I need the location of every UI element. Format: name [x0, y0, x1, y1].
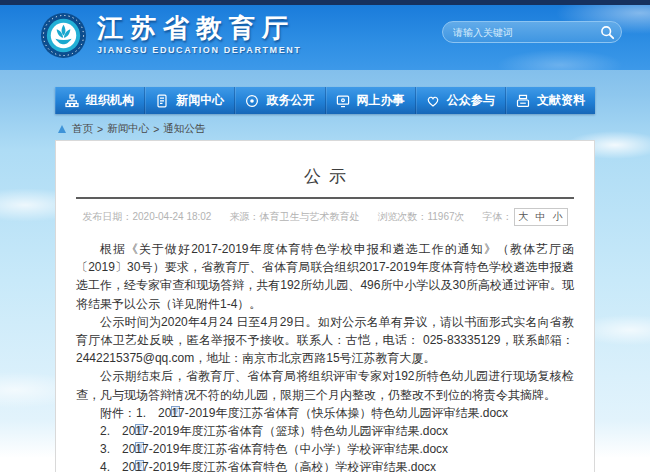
paragraph-2: 公示时间为2020年4月24 日至4月29日。如对公示名单有异议，请以书面形式实… [76, 313, 574, 368]
breadcrumb-notices[interactable]: 通知公告 [163, 122, 205, 136]
heart-icon [426, 94, 440, 108]
paragraph-1: 根据《关于做好2017-2019年度体育特色学校申报和遴选工作的通知》（教体艺厅… [76, 240, 574, 313]
attachment-number: 1. [136, 406, 146, 420]
doc-file-icon [111, 422, 120, 433]
attachments-label: 附件： [100, 406, 136, 420]
font-size-large-button[interactable]: 大 [519, 210, 529, 224]
attachment-link-3[interactable]: 2017-2019年度江苏省体育特色（中小学）学校评审结果.docx [122, 442, 448, 456]
breadcrumb-home[interactable]: 首页 [72, 122, 93, 136]
breadcrumb-news-center[interactable]: 新闻中心 [107, 122, 149, 136]
attachment-row: 4.2017-2019年度江苏省体育特色（高校）学校评审结果.docx [76, 458, 574, 472]
doc-file-icon [147, 404, 156, 415]
font-size-small-button[interactable]: 小 [553, 210, 563, 224]
nav-item-online-service[interactable]: 网上办事 [326, 87, 416, 114]
nav-item-disclosure[interactable]: 政务公开 [235, 87, 325, 114]
attachment-number: 3. [100, 442, 110, 456]
font-size-medium-button[interactable]: 中 [536, 210, 546, 224]
attachment-row: 2.2017-2019年度江苏省体育（篮球）特色幼儿园评审结果.docx [76, 422, 574, 440]
site-subtitle: JIANGSU EDUCATION DEPARTMENT [97, 45, 301, 55]
article-source: 来源：体育卫生与艺术教育处 [229, 210, 359, 224]
attachment-link-2[interactable]: 2017-2019年度江苏省体育（篮球）特色幼儿园评审结果.docx [122, 424, 448, 438]
paragraph-3: 公示期结束后，省教育厅、省体育局将组织评审专家对192所特色幼儿园进行现场复核检… [76, 367, 574, 403]
article-title: 公示 [76, 165, 574, 188]
attachment-row: 3.2017-2019年度江苏省体育特色（中小学）学校评审结果.docx [76, 440, 574, 458]
attachment-number: 2. [100, 424, 110, 438]
archive-icon [516, 94, 530, 108]
main-nav: 组织机构 新闻中心 政务公开 网上办事 公众参与 文献资料 [55, 87, 595, 114]
org-chart-icon [65, 94, 79, 108]
breadcrumb: 首页 > 新闻中心 > 通知公告 [58, 121, 205, 136]
view-count: 浏览次数：11967次 [377, 210, 464, 224]
breadcrumb-separator: > [97, 123, 103, 135]
attachment-row: 附件：1.2017-2019年度江苏省体育（快乐体操）特色幼儿园评审结果.doc… [76, 404, 574, 422]
nav-item-label: 文献资料 [537, 92, 585, 109]
home-icon [58, 125, 66, 133]
publish-date: 发布日期：2020-04-24 18:02 [82, 210, 211, 224]
attachment-link-4[interactable]: 2017-2019年度江苏省体育特色（高校）学校评审结果.docx [122, 460, 436, 472]
search-input[interactable] [453, 27, 600, 38]
attachment-number: 4. [100, 460, 110, 472]
disclosure-icon [245, 94, 259, 108]
brand: 江苏省教育厅 JIANGSU EDUCATION DEPARTMENT [40, 9, 301, 59]
doc-file-icon [111, 458, 120, 469]
attachment-link-1[interactable]: 2017-2019年度江苏省体育（快乐体操）特色幼儿园评审结果.docx [158, 406, 508, 420]
nav-item-organization[interactable]: 组织机构 [55, 87, 145, 114]
title-divider [76, 197, 574, 199]
doc-file-icon [111, 440, 120, 451]
site-logo-icon [40, 12, 87, 59]
attachment-list: 附件：1.2017-2019年度江苏省体育（快乐体操）特色幼儿园评审结果.doc… [76, 404, 574, 472]
site-header: 江苏省教育厅 JIANGSU EDUCATION DEPARTMENT [0, 5, 650, 70]
nav-item-label: 政务公开 [266, 92, 314, 109]
font-size-switcher: 字体：大中小 [483, 208, 568, 226]
nav-item-label: 新闻中心 [176, 92, 224, 109]
article-meta: 发布日期：2020-04-24 18:02 来源：体育卫生与艺术教育处 浏览次数… [76, 208, 574, 226]
brand-text: 江苏省教育厅 JIANGSU EDUCATION DEPARTMENT [97, 13, 301, 55]
online-service-icon [336, 94, 350, 108]
nav-item-documents[interactable]: 文献资料 [506, 87, 595, 114]
breadcrumb-separator: > [153, 123, 159, 135]
news-icon [155, 94, 169, 108]
article-body: 根据《关于做好2017-2019年度体育特色学校申报和遴选工作的通知》（教体艺厅… [76, 240, 574, 472]
site-title: 江苏省教育厅 [97, 13, 301, 43]
nav-item-participation[interactable]: 公众参与 [416, 87, 506, 114]
search-icon[interactable] [600, 25, 615, 40]
nav-item-label: 公众参与 [447, 92, 495, 109]
nav-item-label: 网上办事 [357, 92, 405, 109]
nav-item-news[interactable]: 新闻中心 [145, 87, 235, 114]
search-box[interactable] [442, 21, 622, 43]
content-panel: 公示 发布日期：2020-04-24 18:02 来源：体育卫生与艺术教育处 浏… [55, 140, 595, 472]
nav-item-label: 组织机构 [86, 92, 134, 109]
